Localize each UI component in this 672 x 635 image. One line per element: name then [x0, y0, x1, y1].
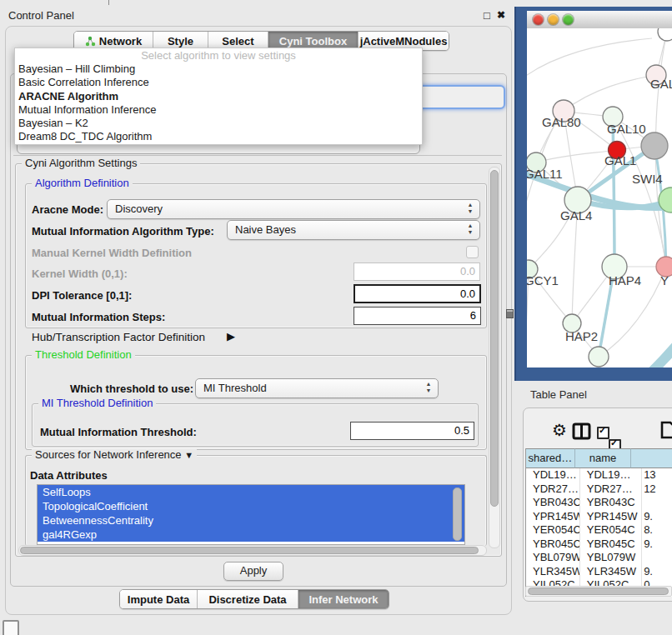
mi-steps-field[interactable]: 6 — [354, 307, 481, 325]
node-label: GAL80 — [542, 115, 581, 129]
kernel-width-field: 0.0 — [354, 262, 480, 281]
cell-shared-name[interactable]: YPR145W — [526, 510, 580, 524]
list-item-selfloops[interactable]: SelfLoops — [38, 485, 464, 499]
close-window-button[interactable]: ✖ — [497, 9, 505, 21]
tab-cyni-toolbox-label: Cyni Toolbox — [279, 35, 347, 48]
zoom-traffic-light[interactable] — [563, 14, 574, 25]
list-item-betweennesscentrality[interactable]: BetweennessCentrality — [38, 513, 464, 528]
column-header-clipped[interactable] — [631, 448, 672, 468]
network-graph: GAL GAL80 GAL10 GAL1 GAL11 SWI4 GAL4 GCY… — [527, 28, 672, 368]
mi-steps-label: Mutual Information Steps: — [32, 311, 165, 323]
settings-horizontal-scrollbar-thumb[interactable] — [20, 547, 479, 554]
cell-name[interactable]: YBL079W — [580, 551, 642, 565]
float-window-button[interactable]: □ — [484, 9, 490, 22]
select-all-checkbox-icon[interactable]: ✓ — [597, 427, 609, 439]
export-table-icon[interactable] — [660, 420, 672, 442]
node-label: HAP4 — [609, 273, 641, 288]
dropdown-item-dream8[interactable]: Dream8 DC_TDC Algorithm — [15, 130, 422, 143]
cell-name[interactable]: YBR045C — [580, 538, 642, 552]
tab-infer-network[interactable]: Infer Network — [298, 590, 389, 608]
mi-threshold-definition-title: MI Threshold Definition — [38, 398, 156, 408]
cell-name[interactable]: YDR27… — [580, 482, 642, 497]
hidden-group-topline — [13, 155, 502, 156]
table-gear-icon[interactable]: ⚙ — [552, 420, 567, 440]
sources-expand-icon[interactable]: ▼ — [184, 450, 193, 460]
column-header-shared-name[interactable]: shared… — [526, 448, 575, 468]
tab-select-label: Select — [222, 35, 253, 48]
node-label: SWI4 — [632, 172, 663, 186]
cell-shared-name[interactable]: YBR043C — [526, 496, 580, 510]
dropdown-item-bayesian-k2[interactable]: Bayesian – K2 — [15, 117, 422, 130]
table-row[interactable]: YDR27… YDR27… 12 — [526, 482, 672, 497]
which-threshold-combobox[interactable]: MI Threshold ▲▼ — [195, 378, 439, 398]
dropdown-item-mutual-information[interactable]: Mutual Information Inference — [15, 103, 422, 117]
sources-title[interactable]: Sources for Network Inference ▼ — [32, 449, 197, 461]
application-root: Control Panel □ ✖ Network Style Select C… — [0, 0, 672, 635]
cell-shared-name[interactable]: YER054C — [526, 523, 580, 538]
node-unlabeled[interactable] — [658, 28, 672, 41]
hub-definition-label[interactable]: Hub/Transcription Factor Definition — [32, 331, 205, 343]
list-item-topologicalcoefficient[interactable]: TopologicalCoefficient — [38, 499, 464, 513]
cell-value[interactable] — [642, 551, 672, 565]
cell-value[interactable] — [642, 496, 672, 510]
column-header-name[interactable]: name — [575, 448, 632, 468]
settings-vertical-scrollbar-thumb[interactable] — [490, 170, 499, 507]
table-horizontal-scrollbar-thumb[interactable] — [528, 588, 669, 595]
aracne-mode-label: Aracne Mode: — [32, 203, 103, 216]
table-row[interactable]: YPR145W YPR145W 9. — [526, 510, 672, 524]
cell-name[interactable]: YBR043C — [580, 496, 642, 510]
network-canvas[interactable]: GAL GAL80 GAL10 GAL1 GAL11 SWI4 GAL4 GCY… — [527, 28, 672, 368]
top-divider-tick — [108, 0, 109, 5]
dropdown-item-aracne[interactable]: ARACNE Algorithm — [15, 90, 422, 103]
list-item-gal4rgexp[interactable]: gal4RGexp — [38, 528, 464, 542]
cell-shared-name[interactable]: YDR27… — [526, 482, 580, 497]
mi-threshold-field[interactable]: 0.5 — [350, 422, 474, 440]
cell-value[interactable]: 12 — [642, 482, 672, 497]
mi-threshold-label: Mutual Information Threshold: — [40, 426, 197, 438]
close-traffic-light[interactable] — [533, 14, 544, 25]
node-bottom[interactable] — [589, 347, 609, 367]
attributes-list-scrollbar[interactable] — [453, 488, 462, 541]
table-row[interactable]: YBR043C YBR043C — [526, 496, 672, 510]
apply-button[interactable]: Apply — [223, 562, 283, 581]
panel-divider-grip[interactable] — [506, 309, 514, 318]
table-row[interactable]: YBR045C YBR045C 9. — [526, 538, 672, 552]
cell-value[interactable]: 9. — [642, 510, 672, 524]
node-attribute-table: shared… name YDL19… YDL19… 13 YDR27… YDR… — [525, 448, 672, 597]
tab-discretize-data[interactable]: Discretize Data — [198, 590, 298, 608]
cell-shared-name[interactable]: YDL19… — [526, 468, 580, 482]
minimize-traffic-light[interactable] — [548, 14, 559, 25]
cell-name[interactable]: YDL19… — [580, 468, 642, 482]
cyni-algorithm-settings-title: Cyni Algorithm Settings — [22, 158, 140, 168]
cell-shared-name[interactable]: YBR045C — [526, 538, 580, 552]
cell-value[interactable]: 9. — [642, 538, 672, 552]
node-label: GAL11 — [527, 167, 563, 181]
data-attributes-label: Data Attributes — [30, 469, 108, 482]
table-row[interactable]: YLR345W YLR345W 9. — [526, 565, 672, 579]
cell-value[interactable]: 13 — [642, 468, 672, 482]
mi-algorithm-type-combobox[interactable]: Naive Bayes ▲▼ — [227, 220, 480, 240]
cell-shared-name[interactable]: YLR345W — [526, 565, 580, 579]
table-row[interactable]: YDL19… YDL19… 13 — [526, 468, 672, 482]
node-gray[interactable] — [641, 132, 668, 159]
tab-discretize-data-label: Discretize Data — [208, 593, 286, 606]
table-row[interactable]: YBL079W YBL079W — [526, 551, 672, 565]
dropdown-placeholder: Select algorithm to view settings — [15, 48, 422, 62]
cell-shared-name[interactable]: YBL079W — [526, 551, 580, 565]
dropdown-item-basic-correlation[interactable]: Basic Correlation Inference — [15, 76, 422, 89]
dpi-tolerance-label: DPI Tolerance [0,1]: — [32, 289, 132, 302]
node-label: GAL4 — [560, 208, 592, 222]
dropdown-item-bayesian-hill-climbing[interactable]: Bayesian – Hill Climbing — [15, 62, 422, 76]
aracne-mode-combobox[interactable]: Discovery ▲▼ — [107, 199, 480, 219]
cell-name[interactable]: YER054C — [580, 523, 642, 538]
cell-name[interactable]: YLR345W — [580, 565, 642, 579]
table-row[interactable]: YER054C YER054C 8. — [526, 523, 672, 538]
collapsed-panel-button[interactable] — [3, 620, 19, 635]
cell-name[interactable]: YPR145W — [580, 510, 642, 524]
hub-collapse-arrow-icon[interactable]: ▶ — [227, 330, 235, 342]
dpi-tolerance-field[interactable]: 0.0 — [354, 284, 481, 303]
split-columns-icon[interactable] — [572, 422, 591, 442]
tab-impute-data[interactable]: Impute Data — [120, 590, 198, 608]
cell-value[interactable]: 9. — [642, 565, 672, 579]
cell-value[interactable]: 8. — [642, 523, 672, 538]
